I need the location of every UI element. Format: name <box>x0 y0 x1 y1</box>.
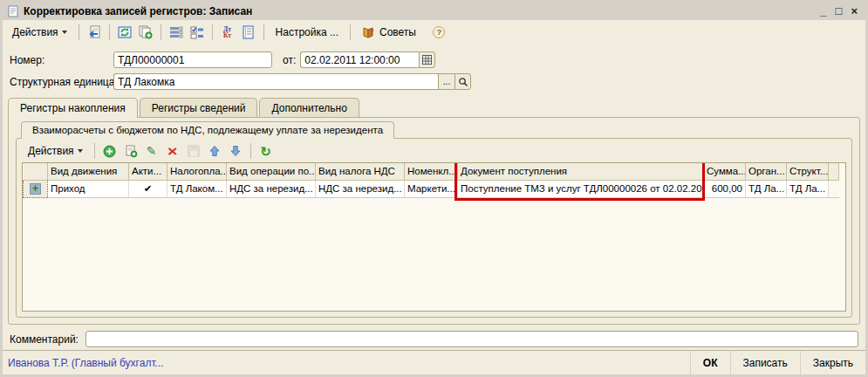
tab-page-panel: Взаиморасчеты с бюджетом по НДС, подлежа… <box>8 117 860 325</box>
col-header-nomenclature[interactable]: Номенкл... <box>405 163 458 180</box>
tips-button[interactable]: ? Советы <box>356 24 422 42</box>
list-icon <box>169 25 183 39</box>
search-button[interactable] <box>455 73 471 90</box>
cell-movement-type[interactable]: Приход <box>48 180 129 197</box>
cell-receipt-document[interactable]: Поступление ТМЗ и услуг ТДЛ00000026 от 0… <box>458 180 704 197</box>
row-filler-cell <box>829 180 839 197</box>
cell-vat-type[interactable]: НДС за нерезид... <box>316 180 405 197</box>
table-row[interactable]: + Приход ✔ ТД Лаком... НДС за нерезид...… <box>24 180 839 197</box>
move-down-button[interactable] <box>226 141 245 161</box>
col-header-receipt-document[interactable]: Документ поступления <box>458 163 704 180</box>
row-marker-icon: + <box>30 183 41 195</box>
add-icon <box>103 145 116 158</box>
chevron-down-icon <box>78 149 83 153</box>
search-icon <box>458 77 468 87</box>
refresh-icon: ↻ <box>260 145 271 158</box>
refresh-button[interactable]: ↻ <box>256 141 276 161</box>
main-toolbar: Действия Дт Кт <box>3 20 865 45</box>
toolbar-separator <box>161 24 161 40</box>
col-header-structure[interactable]: Структ... <box>787 163 829 180</box>
table-actions-menu-button[interactable]: Действия <box>22 142 89 160</box>
date-input[interactable] <box>300 51 419 68</box>
status-bar: Иванова Т.Р. (Главный бухгалт... ОК Запи… <box>3 350 865 374</box>
copy-add-button[interactable] <box>136 23 155 42</box>
registry-table: Вид движения Акти... Налогопла... Вид оп… <box>23 163 839 198</box>
col-header-organization[interactable]: Орган... <box>746 163 787 180</box>
unit-label: Структурная единица: <box>10 76 113 88</box>
table-header-row: Вид движения Акти... Налогопла... Вид оп… <box>24 163 839 180</box>
maximize-button[interactable]: □ <box>836 5 843 17</box>
number-label: Номер: <box>10 54 113 66</box>
svg-text:?: ? <box>370 27 374 36</box>
ok-button[interactable]: ОК <box>690 351 730 374</box>
minimize-button[interactable]: _ <box>820 5 826 17</box>
tab-registry-information[interactable]: Регистры сведений <box>140 98 258 117</box>
move-up-icon <box>208 145 221 157</box>
copy-icon <box>124 145 138 158</box>
settings-label: Настройка ... <box>276 26 338 38</box>
save-order-button[interactable] <box>184 141 203 161</box>
cell-sum[interactable]: 600,00 <box>704 180 746 197</box>
row-marker-cell[interactable]: + <box>24 180 48 197</box>
calendar-grid-icon <box>422 55 432 65</box>
window: Корректировка записей регистров: Записан… <box>0 0 868 377</box>
add-row-button[interactable] <box>100 141 120 161</box>
current-user-text: Иванова Т.Р. (Главный бухгалт... <box>8 357 164 369</box>
journal-button[interactable] <box>239 23 258 42</box>
unit-field-group: ... <box>113 73 471 90</box>
table-header-filler <box>829 163 839 180</box>
col-header-sum[interactable]: Сумма... <box>704 163 746 180</box>
comment-label: Комментарий: <box>10 333 85 346</box>
cell-organization[interactable]: ТД Ла... <box>746 180 787 197</box>
inner-tab-vat-settlements[interactable]: Взаиморасчеты с бюджетом по НДС, подлежа… <box>21 121 394 139</box>
col-header-activity[interactable]: Акти... <box>129 163 167 180</box>
svg-text:?: ? <box>437 27 442 37</box>
copy-row-button[interactable] <box>121 141 140 161</box>
refresh-document-button[interactable] <box>115 23 134 42</box>
move-up-button[interactable] <box>205 141 224 161</box>
col-header-marker[interactable] <box>24 163 48 180</box>
unit-input[interactable] <box>113 73 438 90</box>
table-toolbar: Действия ✎ × <box>22 140 846 162</box>
edit-row-button[interactable]: ✎ <box>142 141 161 161</box>
help-button[interactable]: ? <box>429 23 448 42</box>
toolbar-separator <box>79 24 79 40</box>
cell-structure[interactable]: ТД Ла... <box>787 180 829 197</box>
col-header-vat-type[interactable]: Вид налога НДС <box>316 163 405 180</box>
tips-book-icon: ? <box>362 26 376 39</box>
col-header-movement-type[interactable]: Вид движения <box>48 163 129 180</box>
reread-document-button[interactable] <box>85 23 104 42</box>
journal-icon <box>242 25 255 39</box>
toolbar-separator <box>263 24 264 40</box>
debit-credit-button[interactable]: Дт Кт <box>218 23 237 42</box>
dtkt-icon: Дт Кт <box>223 26 231 38</box>
calendar-button[interactable] <box>419 51 435 68</box>
cell-nomenclature[interactable]: Маркети... <box>405 180 458 197</box>
cell-operation-type[interactable]: НДС за нерезид... <box>227 180 316 197</box>
date-field-group <box>300 51 435 68</box>
tab-registry-accumulation[interactable]: Регистры накопления <box>8 98 138 118</box>
comment-input[interactable] <box>85 331 858 347</box>
close-form-button[interactable]: Закрыть <box>800 351 865 374</box>
cell-activity-check[interactable]: ✔ <box>129 180 167 197</box>
move-down-icon <box>229 145 242 157</box>
delete-row-button[interactable]: × <box>163 141 182 161</box>
col-header-taxpayer[interactable]: Налогопла... <box>167 163 227 180</box>
status-buttons: ОК Записать Закрыть <box>690 351 865 374</box>
ellipsis-button[interactable]: ... <box>438 73 455 90</box>
copy-add-icon <box>138 25 153 39</box>
toolbar-separator <box>350 24 351 40</box>
settings-button[interactable]: Настройка ... <box>270 24 345 41</box>
tab-bar: Регистры накопления Регистры сведений До… <box>8 98 865 117</box>
tab-additional[interactable]: Дополнительно <box>259 98 359 117</box>
actions-menu-button[interactable]: Действия <box>6 24 73 41</box>
save-button[interactable]: Записать <box>730 351 800 374</box>
number-input[interactable] <box>113 51 272 68</box>
close-button[interactable]: × <box>851 5 858 17</box>
list-settings-button[interactable] <box>167 23 186 42</box>
document-icon <box>7 5 19 17</box>
checkbox-list-button[interactable] <box>188 23 207 42</box>
col-header-operation-type[interactable]: Вид операции по... <box>227 163 316 180</box>
cell-taxpayer[interactable]: ТД Лаком... <box>167 180 227 197</box>
data-grid: Вид движения Акти... Налогопла... Вид оп… <box>22 162 846 312</box>
